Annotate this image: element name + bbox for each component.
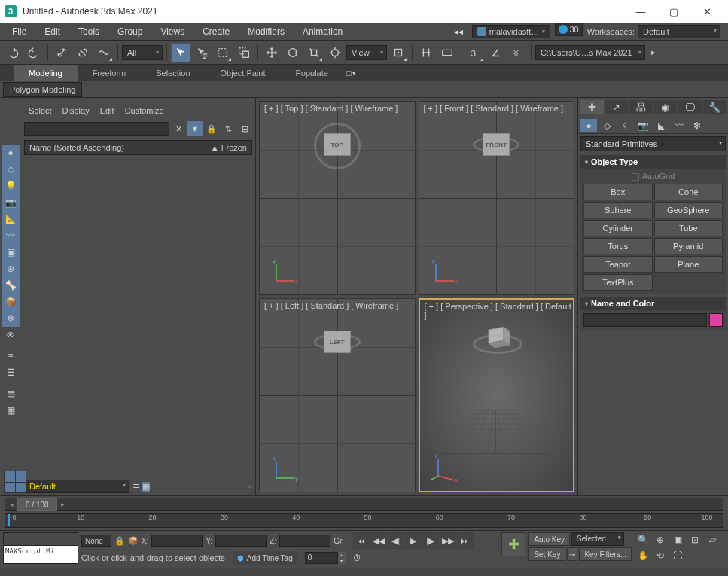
- subcat-geometry-icon[interactable]: ●: [580, 119, 597, 132]
- explorer-menu-edit[interactable]: Edit: [100, 106, 114, 115]
- ribbon-tab-populate[interactable]: Populate: [280, 65, 343, 81]
- maxscript-listener[interactable]: MAXScript Mi:: [3, 532, 78, 564]
- percent-snap-button[interactable]: %: [507, 43, 527, 62]
- undo-button[interactable]: [3, 43, 23, 62]
- subcat-helpers-icon[interactable]: ◣: [653, 119, 669, 132]
- rectangle-region-button[interactable]: [213, 43, 233, 62]
- primitive-tube-button[interactable]: Tube: [654, 220, 723, 236]
- menu-edit[interactable]: Edit: [35, 23, 69, 40]
- set-key-large-button[interactable]: ✚: [501, 532, 525, 556]
- menu-views[interactable]: Views: [151, 23, 193, 40]
- goto-start-button[interactable]: ⏮: [353, 532, 370, 549]
- viewport-top[interactable]: [ + ] [ Top ] [ Standard ] [ Wireframe ]…: [259, 101, 416, 295]
- selection-filter-selector[interactable]: All: [122, 45, 163, 60]
- maximize-button[interactable]: ▢: [657, 0, 690, 23]
- explorer-menu-customize[interactable]: Customize: [125, 106, 164, 115]
- next-frame-button[interactable]: ▶▶: [440, 532, 456, 549]
- primitive-geosphere-button[interactable]: GeoSphere: [654, 202, 723, 218]
- prev-key-button[interactable]: ◀|: [388, 532, 404, 549]
- primitive-box-button[interactable]: Box: [583, 184, 653, 200]
- explorer-more-icon[interactable]: »: [248, 483, 252, 490]
- viewcube-top[interactable]: TOP: [319, 130, 355, 166]
- primitive-cylinder-button[interactable]: Cylinder: [583, 220, 653, 236]
- filter-spacewarps-icon[interactable]: 〰: [2, 227, 20, 244]
- time-slider[interactable]: ◂ 0 / 100 ▸: [5, 498, 723, 511]
- menu-prev-button[interactable]: ◂◂: [449, 23, 468, 40]
- zoom-extents-all-button[interactable]: ⊡: [687, 532, 703, 547]
- primitive-category-selector[interactable]: Standard Primitives: [580, 136, 726, 151]
- autosave-timer[interactable]: 30: [555, 23, 582, 36]
- primitive-torus-button[interactable]: Torus: [583, 238, 653, 254]
- play-button[interactable]: ▶: [405, 532, 422, 549]
- field-of-view-button[interactable]: ▱: [704, 532, 720, 547]
- setkey-button[interactable]: Set Key: [528, 547, 565, 561]
- ribbon-tab-modeling[interactable]: Modeling: [14, 65, 78, 81]
- primitive-plane-button[interactable]: Plane: [654, 256, 723, 273]
- filter-groups-icon[interactable]: ▣: [2, 244, 20, 261]
- filter-geometry-icon[interactable]: ●: [2, 145, 20, 161]
- current-frame-spinner[interactable]: 0▴▾: [305, 552, 346, 564]
- time-slider-thumb[interactable]: 0 / 100: [17, 498, 57, 511]
- keyboard-shortcut-button[interactable]: [437, 43, 457, 62]
- autokey-button[interactable]: Auto Key: [528, 532, 570, 546]
- ribbon-minimize-icon[interactable]: ▢▾: [343, 65, 358, 81]
- link-button[interactable]: [52, 43, 72, 62]
- x-field[interactable]: [151, 535, 203, 547]
- goto-end-button[interactable]: ⏭: [457, 532, 474, 549]
- subcat-lights-icon[interactable]: ♀: [617, 119, 633, 132]
- next-key-button[interactable]: |▶: [422, 532, 439, 549]
- primitive-teapot-button[interactable]: Teapot: [583, 256, 653, 273]
- selection-lock-icon[interactable]: 🔒: [114, 536, 125, 546]
- explorer-configure-icon[interactable]: ▦: [2, 402, 20, 419]
- explorer-search-input[interactable]: [24, 122, 169, 136]
- close-button[interactable]: ✕: [690, 0, 723, 23]
- filter-frozen-icon[interactable]: ❄: [2, 310, 20, 327]
- zoom-button[interactable]: 🔍: [635, 532, 651, 547]
- polygon-modeling-panel[interactable]: Polygon Modeling: [3, 82, 82, 97]
- tab-create[interactable]: ✚: [580, 100, 604, 114]
- time-ruler[interactable]: 0 10 20 30 40 50 60 70 80 90 100: [5, 513, 723, 528]
- ribbon-tab-freeform[interactable]: Freeform: [78, 65, 142, 81]
- filter-hidden-icon[interactable]: 👁: [2, 327, 20, 343]
- redo-button[interactable]: [24, 43, 44, 62]
- pivot-center-button[interactable]: [388, 43, 408, 62]
- minimize-button[interactable]: —: [624, 0, 657, 23]
- ref-coord-selector[interactable]: View: [346, 45, 387, 60]
- select-object-button[interactable]: [171, 43, 190, 62]
- unlink-button[interactable]: [73, 43, 93, 62]
- project-path-selector[interactable]: C:\Users\U…s Max 2021: [535, 45, 645, 60]
- rollout-name-color-header[interactable]: Name and Color: [580, 297, 726, 310]
- pan-button[interactable]: ✋: [635, 548, 651, 563]
- filter-containers-icon[interactable]: 📦: [2, 294, 20, 310]
- angle-snap-button[interactable]: [486, 43, 506, 62]
- viewport-front[interactable]: [ + ] [ Front ] [ Standard ] [ Wireframe…: [419, 101, 575, 295]
- viewcube-left[interactable]: LEFT: [319, 328, 355, 364]
- placement-button[interactable]: [325, 43, 345, 62]
- tab-display[interactable]: 🖵: [678, 100, 702, 114]
- explorer-view-icon[interactable]: ⊟: [237, 121, 252, 136]
- viewport-left[interactable]: [ + ] [ Left ] [ Standard ] [ Wireframe …: [259, 298, 416, 492]
- filter-helpers-icon[interactable]: 📐: [2, 211, 20, 227]
- explorer-sort-icon[interactable]: ⇅: [221, 121, 236, 136]
- primitive-cone-button[interactable]: Cone: [654, 184, 723, 200]
- explorer-display-children-icon[interactable]: ≡: [2, 348, 20, 364]
- toolbar-overflow-button[interactable]: ▸: [647, 43, 660, 62]
- isolate-icon[interactable]: 📦: [128, 536, 139, 546]
- primitive-textplus-button[interactable]: TextPlus: [583, 274, 653, 291]
- layer-selector[interactable]: Default: [24, 480, 129, 493]
- viewcube-perspective[interactable]: [478, 319, 514, 355]
- menu-tools[interactable]: Tools: [69, 23, 108, 40]
- tab-modify[interactable]: ↗: [605, 100, 629, 114]
- tab-hierarchy[interactable]: 品: [629, 100, 653, 114]
- zoom-extents-button[interactable]: ▣: [669, 532, 686, 547]
- y-field[interactable]: [215, 535, 267, 547]
- primitive-pyramid-button[interactable]: Pyramid: [654, 238, 723, 254]
- explorer-filter-icon[interactable]: ▼: [187, 121, 203, 136]
- time-config-icon[interactable]: ⏱: [353, 553, 361, 562]
- add-time-tag-button[interactable]: ⬢Add Time Tag: [233, 551, 297, 565]
- filter-cameras-icon[interactable]: 📷: [2, 194, 20, 211]
- object-color-swatch[interactable]: [709, 313, 723, 327]
- menu-animation[interactable]: Animation: [294, 23, 352, 40]
- explorer-select-dependents-icon[interactable]: ▤: [2, 386, 20, 402]
- key-target-selector[interactable]: Selected: [571, 532, 624, 546]
